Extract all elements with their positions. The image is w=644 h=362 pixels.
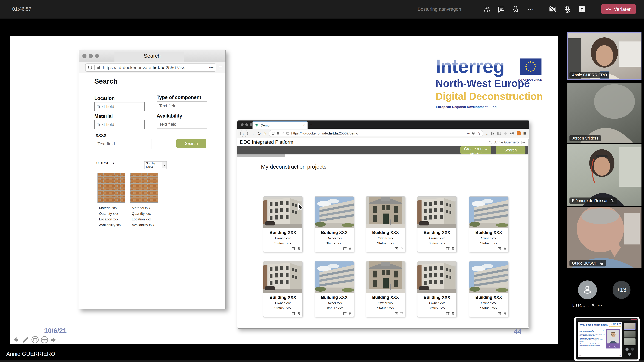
overflow-participants-badge[interactable]: +13 xyxy=(612,281,630,299)
pocket-icon[interactable] xyxy=(472,132,475,135)
window-dot-icon[interactable] xyxy=(245,123,248,126)
previous-slide-button[interactable] xyxy=(12,335,20,344)
sort-dropdown[interactable]: Sort by latest ▾ xyxy=(144,161,167,169)
edit-icon[interactable] xyxy=(292,311,296,316)
brick-result-image[interactable] xyxy=(98,173,125,203)
edit-icon[interactable] xyxy=(446,247,450,251)
next-slide-button[interactable] xyxy=(50,335,57,344)
logout-icon[interactable] xyxy=(520,140,525,145)
type-of-component-field[interactable] xyxy=(156,101,207,110)
project-card[interactable]: Building XXX Owner xxx Status : xxx xyxy=(314,261,354,317)
bookmark-star-icon[interactable]: ☆ xyxy=(477,131,480,136)
video-tile-annie[interactable]: Annie GUERRIERO xyxy=(567,32,642,80)
sidebar-toggle-icon[interactable] xyxy=(497,131,501,135)
project-card[interactable]: Building XXX Owner xxx Status : xxx xyxy=(263,261,302,317)
raise-hand-icon[interactable] xyxy=(511,4,521,14)
edit-icon[interactable] xyxy=(343,311,347,316)
participant-more-icon[interactable]: ⋯ xyxy=(598,303,602,308)
slide-more-options-icon[interactable] xyxy=(40,335,48,344)
demo-browser-window: Demo × + ← → ↻ ⌂ https://itd-docker.priv… xyxy=(237,120,530,329)
project-card[interactable]: Building XXX Owner xxx Status : xxx xyxy=(469,196,508,252)
delete-icon[interactable] xyxy=(297,247,301,251)
url-more-icon[interactable]: ⋯ xyxy=(467,131,470,135)
request-control-button[interactable]: Besturing aanvragen xyxy=(418,6,461,12)
toolbar-divider xyxy=(542,5,542,13)
material-field[interactable] xyxy=(94,120,145,129)
leave-button[interactable]: Verlaten xyxy=(602,4,636,14)
interreg-region-label: North-West Europe xyxy=(436,77,530,89)
card-owner: Owner xxx xyxy=(315,236,354,240)
project-card[interactable]: Building XXX Owner xxx Status : xxx xyxy=(469,261,508,317)
brick-result-image[interactable] xyxy=(130,173,158,203)
browser-tab-demo[interactable]: Demo × xyxy=(252,121,308,129)
delete-icon[interactable] xyxy=(348,247,352,251)
pen-tool-icon[interactable] xyxy=(21,335,30,344)
window-dot-icon[interactable] xyxy=(241,123,244,126)
mic-off-icon[interactable] xyxy=(562,4,572,14)
more-options-icon[interactable]: ⋯ xyxy=(526,4,536,14)
edit-icon[interactable] xyxy=(394,311,398,316)
window-dot-icon[interactable] xyxy=(250,123,252,126)
extension-diamond-icon[interactable] xyxy=(504,131,508,135)
edit-icon[interactable] xyxy=(498,247,502,251)
chat-icon[interactable] xyxy=(496,4,506,14)
menu-icon[interactable]: ≡ xyxy=(218,64,222,71)
url-field[interactable]: https://itd-docker.private.list.lu:25567… xyxy=(85,63,216,72)
video-tile-guido[interactable]: Guido BOSCH xyxy=(567,207,642,268)
platform-search-button[interactable]: Search xyxy=(496,146,526,154)
project-card[interactable]: Building XXX Owner xxx Status : xxx xyxy=(366,196,405,252)
delete-icon[interactable] xyxy=(400,247,404,251)
share-preview-thumbnail[interactable]: What does Fabrice need? Interreg North-W… xyxy=(574,317,640,361)
delete-icon[interactable] xyxy=(503,311,506,316)
address-bar[interactable]: https://itd-docker.private.list.lu:25567… xyxy=(268,130,483,137)
edit-icon[interactable] xyxy=(292,247,296,251)
card-owner: Owner xxx xyxy=(418,301,456,305)
refresh-button[interactable]: ↻ xyxy=(257,131,261,136)
scrollbar[interactable] xyxy=(528,139,529,327)
participants-icon[interactable] xyxy=(482,4,492,14)
video-tile-eleonore[interactable]: Eléonore de Roissart xyxy=(567,144,642,206)
edit-icon[interactable] xyxy=(343,247,347,251)
browser-tabbar: Demo × + xyxy=(238,120,529,129)
edit-icon[interactable] xyxy=(394,247,398,251)
tab-close-icon[interactable]: × xyxy=(303,123,305,128)
mic-off-icon xyxy=(591,303,595,308)
avatar[interactable] xyxy=(578,281,597,299)
card-title: Building XXX xyxy=(315,295,354,300)
project-card[interactable]: Building XXX Owner xxx Status : xxx xyxy=(314,196,354,252)
delete-icon[interactable] xyxy=(451,311,455,316)
orange-extension-icon[interactable] xyxy=(517,131,521,135)
slide-show-icon[interactable] xyxy=(31,335,39,344)
url-more-icon[interactable]: ••• xyxy=(209,65,214,70)
share-screen-icon[interactable] xyxy=(577,4,587,14)
forward-button[interactable]: → xyxy=(250,131,255,136)
camera-off-icon[interactable] xyxy=(548,4,558,14)
edit-icon[interactable] xyxy=(446,311,450,316)
location-field[interactable] xyxy=(94,102,145,111)
project-card[interactable]: Building XXX Owner xxx Status : xxx xyxy=(263,196,302,252)
account-menu[interactable]: Annie Guerriero xyxy=(488,140,525,145)
delete-icon[interactable] xyxy=(451,247,455,251)
create-project-button[interactable]: Create a new project xyxy=(460,146,491,154)
xxxx-field[interactable] xyxy=(95,139,152,149)
downloads-icon[interactable]: ↓ xyxy=(486,131,488,136)
video-tile-jeroen[interactable]: Jeroen Vrijders xyxy=(567,83,642,143)
project-card[interactable]: Building XXX Owner xxx Status : xxx xyxy=(417,261,456,317)
card-status: Status : xxx xyxy=(469,241,508,245)
delete-icon[interactable] xyxy=(348,311,352,316)
back-button[interactable]: ← xyxy=(240,130,248,137)
card-title: Building XXX xyxy=(263,295,302,300)
home-button[interactable]: ⌂ xyxy=(263,131,266,136)
account-icon[interactable] xyxy=(510,131,514,135)
delete-icon[interactable] xyxy=(503,247,506,251)
library-icon[interactable] xyxy=(490,131,495,135)
browser-menu-icon[interactable]: ≡ xyxy=(523,131,526,136)
new-tab-icon[interactable]: + xyxy=(310,122,312,127)
search-submit-button[interactable]: Search xyxy=(176,139,206,148)
project-card[interactable]: Building XXX Owner xxx Status : xxx xyxy=(366,261,405,317)
edit-icon[interactable] xyxy=(498,311,502,316)
delete-icon[interactable] xyxy=(400,311,404,316)
project-card[interactable]: Building XXX Owner xxx Status : xxx xyxy=(417,196,456,252)
availability-field[interactable] xyxy=(156,120,207,129)
delete-icon[interactable] xyxy=(297,311,301,316)
